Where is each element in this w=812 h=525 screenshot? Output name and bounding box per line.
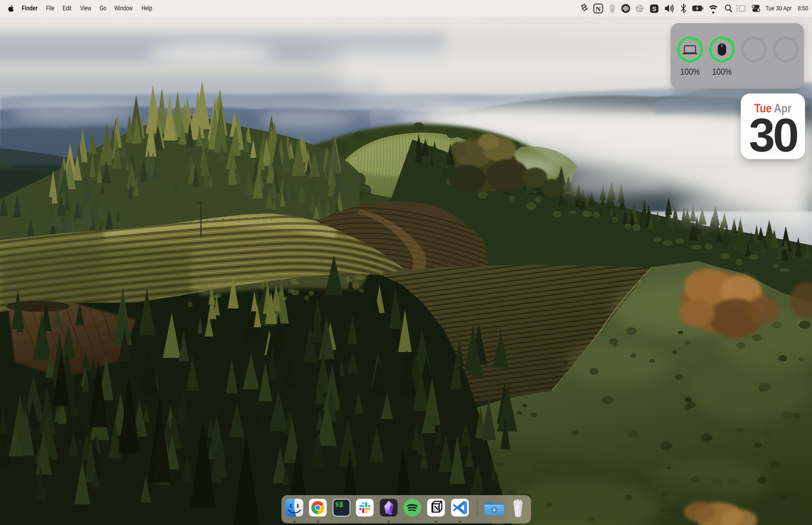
svg-text:N: N (596, 5, 601, 13)
svg-text:$: $ (335, 501, 339, 509)
svg-text:N: N (434, 504, 439, 512)
svg-text:S: S (652, 5, 656, 12)
